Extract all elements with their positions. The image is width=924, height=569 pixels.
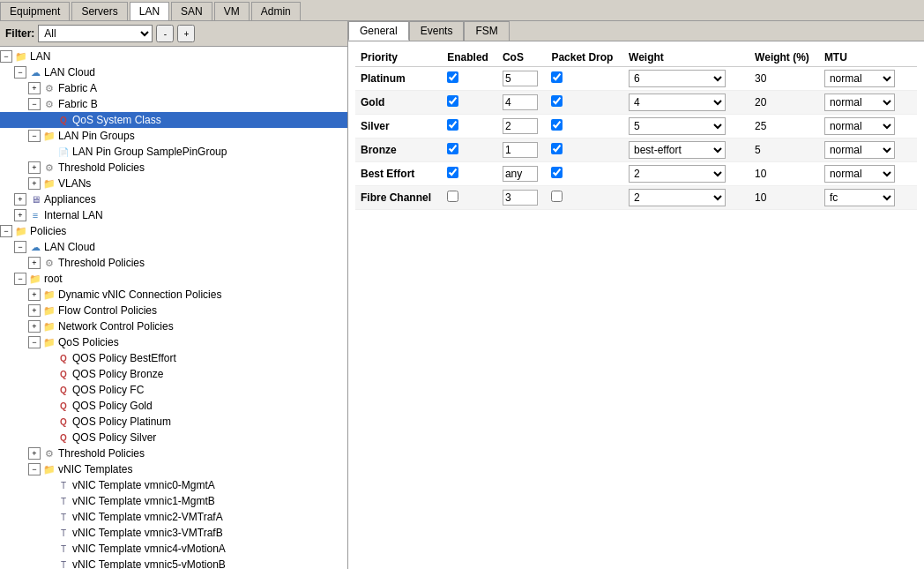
cell-mtu[interactable]: normalfc9000	[819, 115, 905, 139]
cell-cos[interactable]	[497, 91, 547, 115]
enabled-checkbox[interactable]	[447, 191, 458, 202]
enabled-checkbox[interactable]	[447, 167, 458, 178]
tab-events[interactable]: Events	[409, 21, 465, 41]
cell-packet-drop[interactable]	[546, 186, 623, 210]
tree-node-lan-cloud[interactable]: −☁LAN Cloud	[0, 64, 347, 80]
expand-button[interactable]: −	[14, 241, 26, 253]
expand-button[interactable]: −	[14, 273, 26, 285]
cos-input[interactable]	[503, 71, 538, 86]
cell-packet-drop[interactable]	[546, 162, 623, 186]
tree-node-flow-control[interactable]: +📁Flow Control Policies	[0, 303, 347, 318]
tree-node-lan-pin-groups[interactable]: −📁LAN Pin Groups	[0, 128, 347, 144]
tree-node-internal-lan[interactable]: +≡Internal LAN	[0, 207, 347, 223]
tree-node-vnic-vmnic0[interactable]: TvNIC Template vmnic0-MgmtA	[0, 477, 347, 493]
mtu-select[interactable]: normalfc9000	[824, 117, 895, 135]
expand-button[interactable]: +	[28, 320, 41, 333]
packet-drop-checkbox[interactable]	[551, 95, 563, 107]
expand-button[interactable]: +	[14, 209, 26, 221]
enabled-checkbox[interactable]	[447, 71, 458, 83]
collapse-all-button[interactable]: -	[156, 25, 174, 42]
cell-weight[interactable]: 1234567best-effort	[623, 139, 738, 162]
weight-select[interactable]: 1234567best-effort	[629, 94, 726, 111]
cell-mtu[interactable]: normalfc9000	[819, 91, 905, 115]
cos-input[interactable]	[503, 94, 538, 110]
cell-mtu[interactable]: normalfc9000	[819, 139, 905, 162]
tab-fsm[interactable]: FSM	[464, 21, 509, 41]
enabled-checkbox[interactable]	[447, 143, 458, 154]
cos-input[interactable]	[503, 118, 538, 134]
expand-button[interactable]: −	[0, 50, 12, 63]
tree-node-appliances[interactable]: +🖥Appliances	[0, 191, 347, 207]
cell-packet-drop[interactable]	[546, 91, 623, 115]
tree-node-policies-lan-cloud[interactable]: −☁LAN Cloud	[0, 239, 347, 255]
tree-node-vnic-vmnic1[interactable]: TvNIC Template vmnic1-MgmtB	[0, 493, 347, 509]
tree-node-qos-policies[interactable]: −📁QoS Policies	[0, 334, 347, 350]
expand-button[interactable]: +	[28, 177, 41, 190]
tree-node-lan-root[interactable]: −📁LAN	[0, 49, 347, 64]
cell-mtu[interactable]: normalfc9000	[819, 67, 905, 91]
tree-node-qos-bronze[interactable]: QQOS Policy Bronze	[0, 366, 347, 382]
expand-button[interactable]: +	[28, 257, 41, 269]
expand-button[interactable]: −	[28, 130, 41, 142]
tree-node-network-control[interactable]: +📁Network Control Policies	[0, 318, 347, 334]
cell-enabled[interactable]	[442, 67, 497, 91]
cell-enabled[interactable]	[442, 115, 497, 139]
cell-cos[interactable]	[497, 67, 547, 91]
weight-select[interactable]: 1234567best-effort	[629, 117, 726, 135]
expand-button[interactable]: +	[14, 193, 26, 206]
weight-select[interactable]: 1234567best-effort	[629, 141, 726, 159]
tab-vm[interactable]: VM	[214, 2, 250, 20]
weight-select[interactable]: 1234567best-effort	[629, 165, 726, 183]
expand-button[interactable]: +	[28, 82, 41, 94]
cell-cos[interactable]	[497, 186, 547, 210]
cell-weight[interactable]: 1234567best-effort	[623, 115, 738, 139]
tree-node-threshold-policies-root[interactable]: +⚙Threshold Policies	[0, 445, 347, 461]
tab-lan[interactable]: LAN	[130, 2, 169, 20]
cell-packet-drop[interactable]	[546, 67, 623, 91]
tree-node-dynamic-vnic[interactable]: +📁Dynamic vNIC Connection Policies	[0, 287, 347, 303]
tree-node-vnic-vmnic5[interactable]: TvNIC Template vmnic5-vMotionB	[0, 557, 347, 569]
cell-cos[interactable]	[497, 139, 547, 162]
expand-button[interactable]: +	[28, 304, 41, 317]
tree-node-qos-platinum[interactable]: QQOS Policy Platinum	[0, 414, 347, 430]
cell-cos[interactable]	[497, 162, 547, 186]
tree-node-threshold-policies-plc[interactable]: +⚙Threshold Policies	[0, 255, 347, 271]
tab-general[interactable]: General	[348, 21, 409, 41]
tree-node-threshold-policies-lan[interactable]: +⚙Threshold Policies	[0, 160, 347, 176]
mtu-select[interactable]: normalfc9000	[824, 165, 895, 183]
mtu-select[interactable]: normalfc9000	[824, 70, 895, 87]
expand-button[interactable]: +	[28, 161, 41, 174]
packet-drop-checkbox[interactable]	[551, 71, 563, 83]
tree-node-qos-silver[interactable]: QQOS Policy Silver	[0, 430, 347, 445]
cos-input[interactable]	[503, 190, 538, 206]
tree-node-fabric-b[interactable]: −⚙Fabric B	[0, 96, 347, 112]
tree-node-vnic-vmnic2[interactable]: TvNIC Template vmnic2-VMTrafA	[0, 509, 347, 525]
cell-enabled[interactable]	[442, 91, 497, 115]
cell-weight[interactable]: 1234567best-effort	[623, 91, 738, 115]
tree-node-qos-fc[interactable]: QQOS Policy FC	[0, 382, 347, 398]
enabled-checkbox[interactable]	[447, 95, 458, 107]
cos-input[interactable]	[503, 142, 538, 158]
tab-admin[interactable]: Admin	[251, 2, 301, 20]
tree-node-vnic-vmnic3[interactable]: TvNIC Template vmnic3-VMTrafB	[0, 525, 347, 541]
weight-select[interactable]: 1234567best-effort	[629, 70, 726, 87]
cell-packet-drop[interactable]	[546, 139, 623, 162]
expand-button[interactable]: +	[28, 447, 41, 460]
tree-node-lan-pin-group-sample[interactable]: 📄LAN Pin Group SamplePinGroup	[0, 144, 347, 160]
mtu-select[interactable]: normalfc9000	[824, 141, 895, 159]
tree-node-vlans[interactable]: +📁VLANs	[0, 176, 347, 191]
mtu-select[interactable]: normalfc9000	[824, 189, 895, 206]
cell-enabled[interactable]	[442, 139, 497, 162]
expand-button[interactable]: −	[28, 336, 41, 348]
tree-node-vnic-templates[interactable]: −📁vNIC Templates	[0, 461, 347, 477]
cell-weight[interactable]: 1234567best-effort	[623, 67, 738, 91]
expand-button[interactable]: −	[28, 98, 41, 110]
tab-san[interactable]: SAN	[171, 2, 212, 20]
tab-servers[interactable]: Servers	[71, 2, 127, 20]
packet-drop-checkbox[interactable]	[551, 167, 563, 178]
tree-node-qos-gold[interactable]: QQOS Policy Gold	[0, 398, 347, 414]
expand-button[interactable]: −	[28, 463, 41, 475]
cell-weight[interactable]: 1234567best-effort	[623, 186, 738, 210]
cell-enabled[interactable]	[442, 162, 497, 186]
expand-button[interactable]: −	[0, 225, 12, 237]
